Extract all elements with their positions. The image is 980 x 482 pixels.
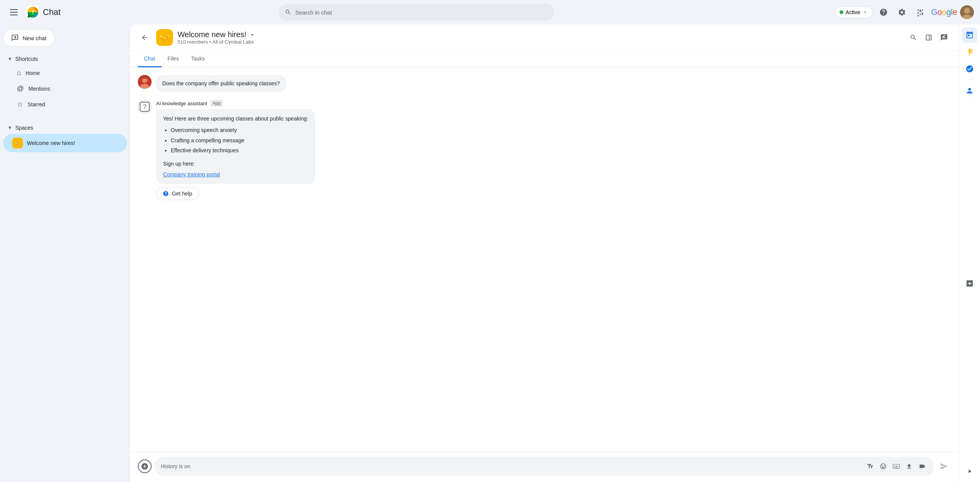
chevron-down-icon (862, 10, 868, 15)
mentions-label: Mentions (28, 86, 50, 92)
sidebar-item-mentions[interactable]: @ Mentions (3, 81, 127, 96)
message-row-user: Does the company offer public speaking c… (138, 75, 951, 92)
ai-message-content: AI knowledge assistant App Yes! Here are… (156, 100, 315, 200)
upload-icon (906, 463, 913, 470)
active-status-badge[interactable]: Active (835, 7, 873, 18)
home-label: Home (26, 70, 40, 76)
avatar-image (960, 5, 974, 19)
sidebar: New chat ▼ Shortcuts ⌂ Home @ Mentions ☆… (0, 24, 130, 482)
svg-point-3 (964, 8, 970, 14)
user-avatar[interactable] (960, 5, 974, 19)
help-button[interactable] (876, 5, 891, 20)
keep-button[interactable] (962, 44, 977, 60)
top-bar: ? Chat Active (0, 0, 980, 24)
chat-area: 🤝 Welcome new hires! 510 members • All o… (130, 24, 959, 482)
get-help-button[interactable]: Get help (156, 187, 199, 200)
user-avatar-msg (138, 75, 152, 89)
message-input[interactable] (161, 463, 861, 469)
space-item-welcome[interactable]: 🤝 Welcome new hires! (3, 134, 127, 152)
tab-chat[interactable]: Chat (138, 51, 162, 67)
separator: • (209, 39, 212, 45)
google-logo: Google (931, 7, 957, 17)
bullet-item-3: Effective delivery techniques (171, 146, 308, 155)
emoji-button[interactable] (877, 461, 889, 472)
tab-files[interactable]: Files (162, 51, 185, 67)
messages-area: Does the company offer public speaking c… (130, 67, 959, 452)
user-message-bubble: Does the company offer public speaking c… (156, 75, 286, 92)
space-title[interactable]: Welcome new hires! (178, 30, 902, 39)
tab-tasks[interactable]: Tasks (185, 51, 211, 67)
shortcuts-header[interactable]: ▼ Shortcuts (3, 53, 127, 65)
side-panel-icon (925, 34, 933, 41)
top-bar-right: Active Google (835, 5, 974, 20)
gif-button[interactable]: GIF (890, 461, 902, 472)
back-button[interactable] (138, 31, 152, 44)
menu-icon[interactable] (6, 5, 21, 20)
ai-avatar: ? (138, 100, 152, 114)
apps-grid-icon (916, 8, 924, 16)
add-attachment-button[interactable] (138, 459, 152, 473)
sidebar-item-starred[interactable]: ☆ Starred (3, 96, 127, 112)
video-call-button[interactable] (916, 461, 928, 472)
contacts-button[interactable] (962, 83, 977, 98)
new-chat-button[interactable]: New chat (3, 29, 55, 47)
header-view-button[interactable] (922, 31, 936, 44)
search-input[interactable] (295, 9, 548, 16)
app-title: Chat (43, 7, 60, 17)
bullet-item-1: Overcoming speech anxiety (171, 126, 308, 134)
input-tools: GIF (864, 461, 928, 472)
tab-tasks-label: Tasks (191, 55, 205, 62)
emoji-icon (880, 463, 887, 470)
ai-response-row: ? AI knowledge assistant App Yes! Here a… (138, 100, 951, 200)
header-threads-button[interactable] (937, 31, 951, 44)
svg-text:?: ? (31, 9, 35, 15)
apps-button[interactable] (913, 5, 928, 20)
tasks-button[interactable] (962, 61, 977, 77)
search-bar (279, 4, 554, 21)
active-dot (840, 10, 843, 14)
settings-button[interactable] (894, 5, 910, 20)
title-chevron-icon (249, 31, 256, 38)
user-avatar-image (138, 75, 152, 89)
logo-area: ? Chat (26, 5, 60, 19)
send-icon (940, 462, 948, 471)
message-input-box: GIF (155, 457, 934, 476)
contacts-icon (965, 86, 974, 95)
ai-signup-label: Sign up here: (163, 160, 308, 168)
add-panel-button[interactable] (962, 276, 977, 291)
expand-panel-button[interactable] (962, 464, 977, 479)
ai-intro-text: Yes! Here are three upcoming classes abo… (163, 116, 308, 122)
header-search-icon (910, 34, 917, 41)
ai-message-bubble: Yes! Here are three upcoming classes abo… (156, 109, 315, 184)
header-search-button[interactable] (906, 31, 920, 44)
send-button[interactable] (937, 459, 951, 473)
chat-logo-icon: ? (26, 5, 40, 19)
search-icon (285, 9, 291, 16)
get-help-icon (163, 191, 169, 197)
shortcuts-label: Shortcuts (15, 56, 38, 62)
get-help-label: Get help (172, 191, 192, 197)
ai-avatar-icon: ? (139, 101, 150, 112)
back-arrow-icon (141, 34, 149, 41)
shortcuts-chevron-icon: ▼ (8, 56, 12, 62)
chat-header: 🤝 Welcome new hires! 510 members • All o… (130, 24, 959, 51)
sidebar-item-home[interactable]: ⌂ Home (3, 65, 127, 81)
gif-icon: GIF (893, 463, 900, 470)
new-chat-label: New chat (23, 35, 47, 41)
calendar-button[interactable] (962, 28, 977, 43)
spaces-chevron-icon: ▼ (8, 125, 12, 130)
member-count: 510 members (178, 39, 208, 45)
calendar-icon (965, 31, 974, 39)
upload-button[interactable] (903, 461, 915, 472)
video-call-icon (919, 463, 926, 470)
search-input-wrap[interactable] (279, 4, 554, 21)
ai-sender-name: AI knowledge assistant (156, 101, 207, 106)
tasks-icon (965, 65, 974, 73)
format-text-button[interactable] (864, 461, 876, 472)
training-portal-link[interactable]: Company training portal (163, 171, 220, 177)
spaces-section: ▼ Spaces 🤝 Welcome new hires! (3, 122, 127, 152)
spaces-header[interactable]: ▼ Spaces (3, 122, 127, 134)
add-icon (141, 462, 149, 470)
svg-text:?: ? (143, 104, 147, 110)
help-icon (879, 8, 888, 16)
